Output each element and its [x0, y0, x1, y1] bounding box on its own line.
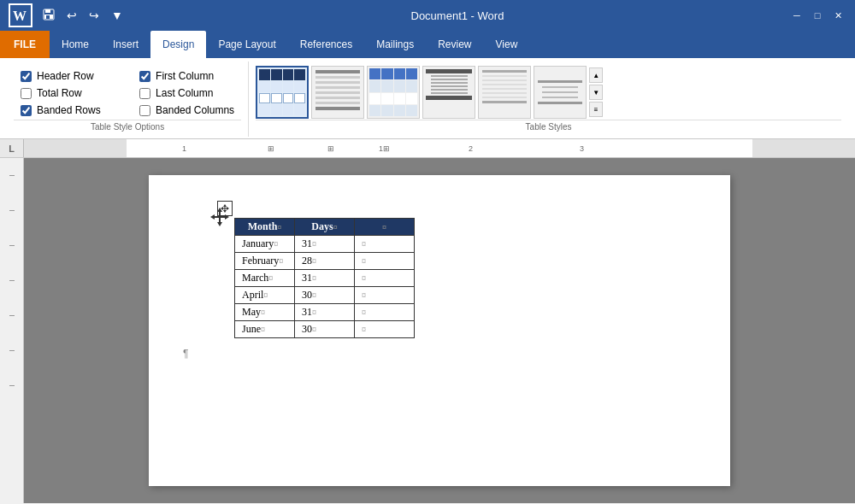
word-app-icon: W	[9, 3, 32, 27]
tab-design[interactable]: Design	[150, 31, 206, 58]
banded-rows-option[interactable]: Banded Rows	[17, 103, 119, 118]
month-cell[interactable]: February¤	[235, 253, 295, 270]
table-move-handle[interactable]	[217, 201, 233, 216]
first-column-checkbox[interactable]	[139, 71, 150, 82]
style-up-btn[interactable]: ▲	[589, 67, 603, 83]
svg-rect-3	[45, 9, 50, 13]
table-style-5[interactable]	[478, 66, 531, 119]
days-cell[interactable]: 31¤	[295, 270, 355, 287]
minimize-btn[interactable]: ─	[788, 7, 805, 24]
extra-header-cell[interactable]: ¤	[355, 219, 415, 236]
table-style-4[interactable]	[422, 66, 475, 119]
quick-access-toolbar: ↩ ↪ ▼	[39, 7, 127, 25]
table-style-3[interactable]	[367, 66, 420, 119]
table-style-2[interactable]	[311, 66, 364, 119]
table-style-6[interactable]	[534, 66, 587, 119]
margin-mark-5	[9, 315, 15, 316]
month-cell[interactable]: January¤	[235, 236, 295, 253]
table-style-1[interactable]	[256, 66, 309, 119]
banded-columns-option[interactable]: Banded Columns	[136, 103, 238, 118]
days-cell[interactable]: 31¤	[295, 304, 355, 321]
month-cell[interactable]: April¤	[235, 287, 295, 304]
extra-cell[interactable]: ¤	[355, 270, 415, 287]
table-row: March¤ 31¤ ¤	[235, 270, 415, 287]
table-styles-section: ▲ ▼ ≡ Table Styles	[249, 62, 848, 137]
svg-marker-13	[217, 222, 222, 226]
tab-mailings[interactable]: Mailings	[364, 31, 426, 58]
svg-rect-5	[46, 15, 50, 19]
save-quick-btn[interactable]	[39, 7, 58, 25]
styles-gallery: ▲ ▼ ≡	[256, 65, 841, 120]
undo-quick-btn[interactable]: ↩	[63, 7, 80, 24]
svg-rect-23	[223, 208, 227, 209]
month-cell[interactable]: March¤	[235, 270, 295, 287]
tab-home[interactable]: Home	[50, 31, 101, 58]
total-row-checkbox[interactable]	[21, 88, 32, 99]
extra-cell[interactable]: ¤	[355, 321, 415, 338]
svg-text:⊞: ⊞	[268, 144, 274, 153]
month-cell[interactable]: June¤	[235, 321, 295, 338]
days-header-cell[interactable]: Days¤	[295, 219, 355, 236]
customize-quick-btn[interactable]: ▼	[108, 7, 127, 24]
tab-view[interactable]: View	[484, 31, 530, 58]
tab-page-layout[interactable]: Page Layout	[206, 31, 287, 58]
header-row-option[interactable]: Header Row	[17, 68, 119, 84]
last-column-checkbox[interactable]	[139, 88, 150, 99]
title-bar: W ↩ ↪ ▼ Document1 - Word ─ □ ✕	[0, 0, 855, 31]
table-row: June¤ 30¤ ¤	[235, 321, 415, 338]
maximize-btn[interactable]: □	[809, 7, 826, 24]
days-cell[interactable]: 28¤	[295, 253, 355, 270]
extra-cell[interactable]: ¤	[355, 287, 415, 304]
document-scroll: Month¤ Days¤ ¤ January¤ 31¤ ¤ February¤	[24, 158, 855, 503]
tab-references[interactable]: References	[288, 31, 364, 58]
margin-mark-2	[9, 210, 15, 211]
document-page: Month¤ Days¤ ¤ January¤ 31¤ ¤ February¤	[149, 175, 730, 486]
table-style-options-label: Table Style Options	[14, 120, 241, 133]
svg-text:⊞: ⊞	[327, 144, 334, 153]
months-table: Month¤ Days¤ ¤ January¤ 31¤ ¤ February¤	[234, 218, 415, 338]
ribbon-content: Header Row First Column Total Row Last C…	[0, 58, 855, 139]
extra-cell[interactable]: ¤	[355, 253, 415, 270]
header-row-checkbox[interactable]	[21, 71, 32, 82]
days-cell[interactable]: 30¤	[295, 287, 355, 304]
left-margin-bar	[0, 158, 24, 503]
svg-text:3: 3	[580, 144, 584, 153]
first-column-option[interactable]: First Column	[136, 68, 238, 84]
header-row-label: Header Row	[37, 70, 94, 82]
svg-rect-17	[215, 216, 225, 218]
banded-columns-label: Banded Columns	[156, 104, 234, 116]
month-header-cell[interactable]: Month¤	[235, 219, 295, 236]
table-styles-label: Table Styles	[256, 120, 841, 133]
banded-rows-checkbox[interactable]	[21, 105, 32, 116]
last-column-option[interactable]: Last Column	[136, 85, 238, 101]
svg-marker-18	[223, 204, 227, 207]
tab-insert[interactable]: Insert	[101, 31, 150, 58]
close-btn[interactable]: ✕	[829, 7, 846, 24]
total-row-option[interactable]: Total Row	[17, 85, 119, 101]
style-down-btn[interactable]: ▼	[589, 85, 603, 100]
extra-cell[interactable]: ¤	[355, 304, 415, 321]
table-header-row: Month¤ Days¤ ¤	[235, 219, 415, 236]
options-checkboxes: Header Row First Column Total Row Last C…	[14, 65, 241, 118]
style-more-btn[interactable]: ≡	[589, 102, 603, 117]
tab-file[interactable]: FILE	[0, 31, 50, 58]
table-row: April¤ 30¤ ¤	[235, 287, 415, 304]
table-body: January¤ 31¤ ¤ February¤ 28¤ ¤ March¤ 31…	[235, 236, 415, 338]
extra-cell[interactable]: ¤	[355, 236, 415, 253]
days-cell[interactable]: 30¤	[295, 321, 355, 338]
tab-review[interactable]: Review	[426, 31, 483, 58]
ribbon-tabs: FILE Home Insert Design Page Layout Refe…	[0, 31, 855, 58]
table-row: January¤ 31¤ ¤	[235, 236, 415, 253]
month-cell[interactable]: May¤	[235, 304, 295, 321]
total-row-label: Total Row	[37, 87, 82, 99]
paragraph-mark: ¶	[183, 348, 696, 360]
svg-text:2: 2	[469, 144, 473, 153]
document-title: Document1 - Word	[411, 9, 504, 22]
svg-text:1: 1	[182, 144, 186, 153]
table-style-options-section: Header Row First Column Total Row Last C…	[7, 62, 249, 137]
ruler-corner: L	[0, 139, 24, 157]
redo-quick-btn[interactable]: ↪	[86, 7, 103, 24]
banded-columns-checkbox[interactable]	[139, 105, 150, 116]
days-cell[interactable]: 31¤	[295, 236, 355, 253]
margin-mark-7	[9, 385, 15, 386]
